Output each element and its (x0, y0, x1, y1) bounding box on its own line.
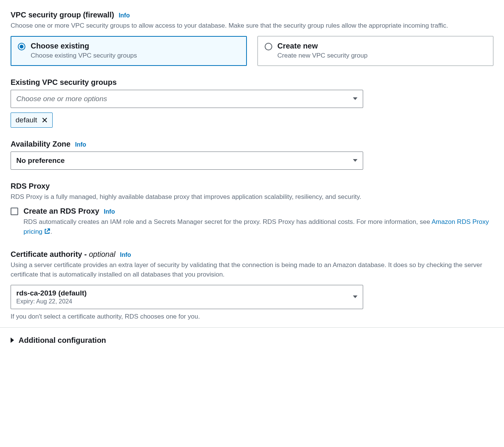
sg-token-label: default (16, 116, 37, 124)
az-value: No preference (16, 156, 65, 165)
ca-select[interactable]: rds-ca-2019 (default) Expiry: Aug 22, 20… (11, 285, 363, 309)
existing-sg-label: Existing VPC security groups (11, 78, 493, 87)
ca-value: rds-ca-2019 (default) (16, 289, 87, 297)
chevron-down-icon (353, 97, 357, 100)
vpc-security-group-section: VPC security group (firewall) Info Choos… (11, 11, 493, 66)
radio-choose-existing-title: Choose existing (31, 42, 137, 50)
radio-create-new-title: Create new (278, 42, 368, 50)
chevron-down-icon (353, 295, 357, 298)
availability-zone-section: Availability Zone Info No preference (11, 140, 493, 170)
sg-token-remove-button[interactable] (42, 117, 48, 123)
rds-proxy-section: RDS Proxy RDS Proxy is a fully managed, … (11, 182, 493, 238)
sg-token-default: default (11, 113, 53, 128)
rds-proxy-info-link[interactable]: Info (104, 208, 115, 215)
ca-expiry: Expiry: Aug 22, 2024 (16, 298, 87, 305)
rds-proxy-checkbox-desc: RDS automatically creates an IAM role an… (23, 217, 493, 238)
caret-right-icon (11, 338, 14, 343)
rds-proxy-label: RDS Proxy (11, 182, 493, 191)
existing-sg-placeholder: Choose one or more options (16, 95, 107, 103)
radio-icon (265, 43, 272, 50)
radio-choose-existing-sub: Choose existing VPC security groups (31, 52, 137, 59)
ca-helper-text: If you don't select a certificate author… (11, 313, 493, 320)
az-label: Availability Zone (11, 140, 70, 148)
radio-icon (18, 43, 25, 50)
existing-sg-section: Existing VPC security groups Choose one … (11, 78, 493, 128)
rds-proxy-description: RDS Proxy is a fully managed, highly ava… (11, 192, 493, 202)
existing-sg-select[interactable]: Choose one or more options (11, 90, 363, 108)
radio-create-new[interactable]: Create new Create new VPC security group (257, 36, 494, 66)
certificate-authority-section: Certificate authority - optional Info Us… (11, 250, 493, 320)
create-rds-proxy-checkbox[interactable] (11, 208, 18, 215)
vpc-sg-label: VPC security group (firewall) (11, 11, 114, 19)
radio-choose-existing[interactable]: Choose existing Choose existing VPC secu… (11, 36, 247, 66)
radio-create-new-sub: Create new VPC security group (278, 52, 368, 59)
az-select[interactable]: No preference (11, 152, 363, 170)
close-icon (42, 117, 48, 123)
az-info-link[interactable]: Info (75, 141, 86, 148)
vpc-sg-info-link[interactable]: Info (119, 12, 130, 19)
additional-configuration-label: Additional configuration (19, 336, 106, 345)
create-rds-proxy-label: Create an RDS Proxy (23, 207, 99, 216)
additional-configuration-toggle[interactable]: Additional configuration (11, 328, 493, 345)
ca-label: Certificate authority - optional (11, 250, 115, 259)
chevron-down-icon (353, 159, 357, 162)
ca-description: Using a server certificate provides an e… (11, 260, 493, 280)
ca-info-link[interactable]: Info (120, 252, 131, 258)
vpc-sg-description: Choose one or more VPC security groups t… (11, 21, 493, 31)
external-link-icon (44, 228, 50, 238)
